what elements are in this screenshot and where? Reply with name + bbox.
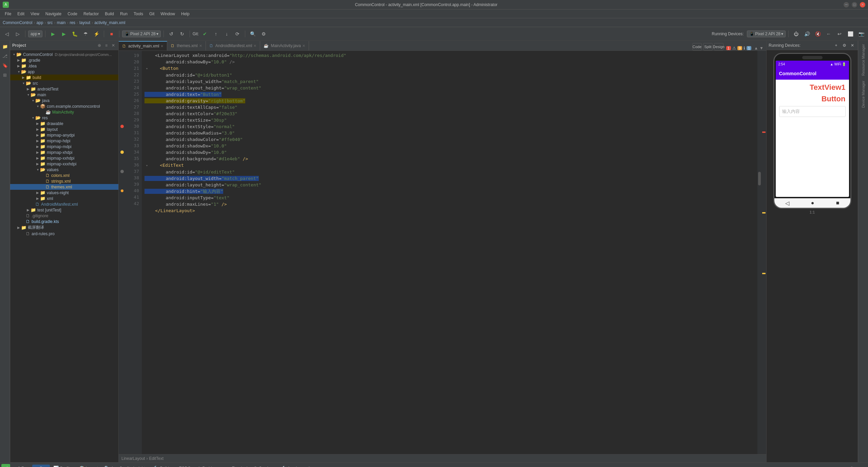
menu-tools[interactable]: Tools xyxy=(131,11,146,17)
tree-app[interactable]: ▾ 📂 app xyxy=(10,69,118,75)
git-push[interactable]: ↑ xyxy=(211,29,220,39)
bottom-services-btn[interactable]: ⚙ Services xyxy=(251,465,277,467)
git-icon[interactable]: ⎇ xyxy=(1,464,10,467)
stop-button[interactable]: ■ xyxy=(107,29,116,39)
breadcrumb-file[interactable]: activity_main.xml xyxy=(94,20,125,25)
tab-activity-main-xml[interactable]: 🗋 activity_main.xml ✕ xyxy=(119,41,167,50)
running-device-selector[interactable]: 📱 Pixel 2 API 28▾ xyxy=(747,31,786,37)
git-history[interactable]: ⟳ xyxy=(233,29,242,39)
build-button[interactable]: ▶ xyxy=(48,29,58,39)
sidebar-bookmarks-icon[interactable]: 🔖 xyxy=(1,61,9,70)
tree-gitignore[interactable]: ▶ 🗋 .gitignore xyxy=(10,213,118,219)
breadcrumb-src[interactable]: src xyxy=(47,20,53,25)
tree-mipmap-mdpi[interactable]: ▶ 📁 mipmap-mdpi xyxy=(10,144,118,149)
fold-btn[interactable]: ⬜ xyxy=(846,29,855,39)
sync-button[interactable]: ↺ xyxy=(167,29,176,39)
tree-themes-xml[interactable]: ▶ 🗋 themes.xml xyxy=(10,184,118,190)
tree-java[interactable]: ▾ 📂 java xyxy=(10,98,118,103)
tree-layout[interactable]: ▶ 📁 layout xyxy=(10,126,118,132)
tree-capture[interactable]: ▶ 📁 截屏翻译 xyxy=(10,224,118,231)
tree-values-night[interactable]: ▶ 📁 values-night xyxy=(10,190,118,196)
tree-build[interactable]: ▶ 📁 build xyxy=(10,75,118,80)
menu-view[interactable]: View xyxy=(28,11,42,17)
project-options-btn[interactable]: ≡ xyxy=(104,42,109,48)
chevron-up-icon[interactable]: ▲ xyxy=(754,46,758,50)
vertical-scrollbar[interactable] xyxy=(757,51,761,454)
breadcrumb-layout[interactable]: layout xyxy=(79,20,90,25)
menu-git[interactable]: Git xyxy=(147,11,157,17)
debug-button[interactable]: 🐛 xyxy=(70,29,79,39)
minimize-button[interactable]: ─ xyxy=(844,2,849,7)
tree-strings-xml[interactable]: ▶ 🗋 strings.xml xyxy=(10,178,118,184)
breadcrumb-commoncontrol[interactable]: CommonControl xyxy=(3,20,32,25)
bottom-build-btn[interactable]: 🔨 Build xyxy=(151,465,172,467)
bottom-aqi-btn[interactable]: 🔍 App Quality Insights xyxy=(101,465,150,467)
design-view-btn[interactable]: Design xyxy=(714,43,724,50)
sidebar-project-icon[interactable]: 📁 xyxy=(1,42,9,51)
tree-mipmap-hdpi[interactable]: ▶ 📁 mipmap-hdpi xyxy=(10,138,118,144)
breadcrumb-main[interactable]: main xyxy=(57,20,65,25)
breadcrumb-edittext[interactable]: EditText xyxy=(149,456,163,461)
back-btn[interactable]: ← xyxy=(824,29,833,39)
rotate-btn[interactable]: ↩ xyxy=(835,29,844,39)
sync2-button[interactable]: ↻ xyxy=(177,29,187,39)
device-selector[interactable]: 📱 Pixel 2 API 28▾ xyxy=(122,31,161,37)
resource-manager-label[interactable]: Resource Manager xyxy=(861,42,865,78)
bottom-git-btn[interactable]: ⎇ Run xyxy=(12,465,32,467)
bottom-run-btn[interactable]: ▶ Run xyxy=(32,465,50,467)
close-tab-themes[interactable]: ✕ xyxy=(199,44,202,48)
tree-ard-rules[interactable]: ▶ 🗋 ard-rules.pro xyxy=(10,231,118,237)
tree-gradle[interactable]: ▶ 📁 .gradle xyxy=(10,57,118,63)
sidebar-variants-icon[interactable]: ⊞ xyxy=(1,70,9,79)
code-text[interactable]: <LinearLayout xmlns:android="http://sche… xyxy=(142,51,757,454)
tree-res[interactable]: ▾ 📂 res xyxy=(10,115,118,121)
sidebar-commit-icon[interactable]: ⎇ xyxy=(1,52,9,60)
tree-androidtest[interactable]: ▶ 📁 androidTest xyxy=(10,86,118,92)
breadcrumb-res[interactable]: res xyxy=(70,20,75,25)
toolbar-back[interactable]: ◁ xyxy=(2,29,12,39)
tree-mipmap-xhdpi[interactable]: ▶ 📁 mipmap-xhdpi xyxy=(10,149,118,155)
volume-button[interactable]: 🔊 xyxy=(802,29,812,39)
menu-edit[interactable]: Edit xyxy=(15,11,27,17)
tree-build-gradle[interactable]: ▶ 🗋 build.gradle.kts xyxy=(10,219,118,224)
menu-run[interactable]: Run xyxy=(117,11,130,17)
tree-package[interactable]: ▾ 📦 com.example.commoncontrol xyxy=(10,103,118,109)
tree-idea[interactable]: ▶ 📁 .idea xyxy=(10,63,118,69)
coverage-button[interactable]: ☂ xyxy=(81,29,90,39)
tree-main[interactable]: ▾ 📂 main xyxy=(10,92,118,98)
search-button[interactable]: 🔍 xyxy=(248,29,257,39)
close-tab-mainactivity[interactable]: ✕ xyxy=(302,44,305,48)
code-editor[interactable]: 19 20 21 22 23 24 25 26 27 28 29 30 31 3… xyxy=(119,51,766,454)
maximize-button[interactable]: □ xyxy=(852,2,857,7)
split-view-btn[interactable]: Split xyxy=(703,43,713,50)
tree-src[interactable]: ▾ 📂 src xyxy=(10,80,118,86)
menu-window[interactable]: Window xyxy=(158,11,178,17)
git-pull[interactable]: ↓ xyxy=(222,29,231,39)
tab-themes-xml[interactable]: 🗋 themes.xml ✕ xyxy=(167,41,206,50)
device-settings-btn[interactable]: ⚙ xyxy=(841,42,848,49)
tab-mainactivity-java[interactable]: ☕ MainActivity.java ✕ xyxy=(260,41,309,50)
close-button[interactable]: ✕ xyxy=(860,2,865,7)
code-view-btn[interactable]: Code xyxy=(692,43,702,50)
menu-code[interactable]: Code xyxy=(65,11,80,17)
tree-values[interactable]: ▾ 📂 values xyxy=(10,167,118,172)
menu-navigate[interactable]: Navigate xyxy=(43,11,64,17)
menu-build[interactable]: Build xyxy=(102,11,117,17)
bottom-terminal-btn[interactable]: >_ Terminal xyxy=(223,465,250,467)
tree-root[interactable]: ▾ 📂 CommonControl D:/project/android-pro… xyxy=(10,52,118,57)
tree-mipmap-xxhdpi[interactable]: ▶ 📁 mipmap-xxhdpi xyxy=(10,155,118,161)
device-add-btn[interactable]: + xyxy=(833,42,840,49)
breadcrumb-app[interactable]: app xyxy=(36,20,43,25)
tree-androidmanifest[interactable]: ▶ 🗋 AndroidManifest.xml xyxy=(10,201,118,207)
tab-androidmanifest-xml[interactable]: 🗋 AndroidManifest.xml ✕ xyxy=(206,41,261,50)
tree-drawable[interactable]: ▶ 📁 drawable xyxy=(10,121,118,126)
run-button[interactable]: ▶ xyxy=(59,29,69,39)
chevron-down-icon[interactable]: ▼ xyxy=(759,46,764,50)
project-close-btn[interactable]: ✕ xyxy=(110,42,116,48)
menu-help[interactable]: Help xyxy=(178,11,192,17)
bottom-todo-btn[interactable]: ≡ TODO xyxy=(173,465,194,467)
tree-colors-xml[interactable]: ▶ 🗋 colors.xml xyxy=(10,172,118,178)
git-commit[interactable]: ✔ xyxy=(200,29,210,39)
toolbar-forward[interactable]: ▷ xyxy=(13,29,22,39)
tree-mipmap-anydpi[interactable]: ▶ 📁 mipmap-anydpi xyxy=(10,132,118,138)
